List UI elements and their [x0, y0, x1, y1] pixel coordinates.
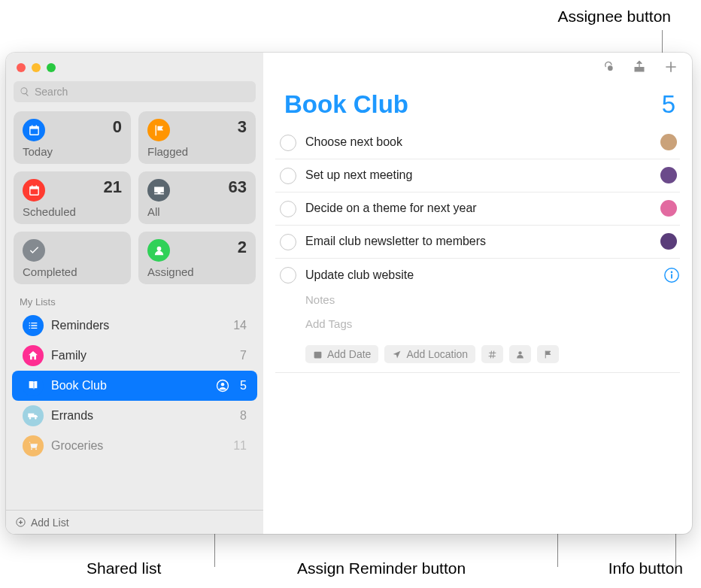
notes-field[interactable]: Notes — [305, 292, 680, 308]
flag-chip[interactable] — [537, 345, 559, 363]
flag-icon — [543, 350, 553, 359]
list-reminders[interactable]: Reminders 14 — [12, 311, 257, 341]
smart-list-assigned[interactable]: 2 Assigned — [138, 232, 256, 284]
assign-reminder-button[interactable] — [509, 345, 531, 363]
search-field[interactable]: Search — [14, 81, 256, 102]
reminder-item[interactable]: Choose next book — [275, 126, 680, 159]
complete-toggle[interactable] — [280, 234, 296, 250]
list-name: Family — [51, 349, 232, 362]
list-errands[interactable]: Errands 8 — [12, 401, 257, 431]
smart-count: 2 — [238, 238, 247, 257]
smart-lists: 0 Today 3 Flagged 21 Scheduled 63 All Co… — [6, 111, 263, 284]
person-icon — [515, 350, 525, 359]
assignee-button[interactable] — [660, 233, 677, 250]
search-icon — [20, 86, 30, 97]
info-button[interactable] — [663, 267, 680, 283]
complete-toggle[interactable] — [280, 135, 296, 151]
add-list-label: Add List — [31, 517, 69, 529]
window-controls — [6, 53, 263, 77]
check-icon — [23, 239, 45, 262]
add-tag-chip[interactable] — [481, 345, 503, 363]
list-count: 14 — [233, 319, 247, 332]
calendar-icon — [23, 119, 45, 141]
reminder-item[interactable]: Update club website Notes Add Tags Add D… — [275, 259, 680, 373]
calendar-icon — [313, 350, 323, 359]
add-tags-field[interactable]: Add Tags — [305, 317, 680, 332]
person-icon — [147, 239, 170, 262]
add-location-chip[interactable]: Add Location — [384, 345, 475, 363]
assignee-button[interactable] — [660, 167, 677, 183]
smart-label: All — [147, 205, 160, 218]
smart-label: Scheduled — [23, 205, 76, 218]
new-reminder-button[interactable] — [663, 59, 678, 77]
smart-count: 21 — [104, 177, 122, 197]
smart-label: Completed — [23, 265, 77, 278]
list-count: 7 — [240, 349, 247, 362]
hash-icon — [487, 350, 497, 359]
reminder-title: Choose next book — [305, 134, 651, 150]
callout-assign-reminder: Assign Reminder button — [297, 559, 466, 577]
truck-icon — [23, 405, 44, 426]
smart-list-completed[interactable]: Completed — [14, 232, 131, 284]
search-placeholder: Search — [35, 86, 68, 98]
share-button[interactable] — [632, 59, 647, 77]
list-groceries[interactable]: Groceries 11 — [12, 431, 257, 461]
reminders-window: Search 0 Today 3 Flagged 21 Scheduled 63… — [6, 53, 692, 534]
calendar-lines-icon — [23, 179, 45, 202]
add-date-chip[interactable]: Add Date — [305, 345, 378, 363]
my-lists-header: My Lists — [6, 284, 263, 311]
list-name: Reminders — [51, 319, 226, 332]
reminder-title: Set up next meeting — [305, 167, 651, 183]
add-list-button[interactable]: Add List — [6, 510, 263, 534]
reminder-title: Decide on a theme for next year — [305, 200, 651, 217]
shared-icon — [216, 379, 229, 393]
list-icon — [23, 315, 44, 336]
complete-toggle[interactable] — [280, 267, 296, 283]
list-name: Book Club — [51, 379, 208, 393]
callout-assignee: Assignee button — [557, 8, 671, 26]
complete-toggle[interactable] — [280, 201, 296, 217]
smart-count: 0 — [113, 117, 122, 137]
cart-icon — [23, 435, 44, 456]
smart-count: 3 — [238, 117, 247, 137]
lists: Reminders 14 Family 7 Book Club 5 Errand… — [6, 311, 263, 510]
reminder-title[interactable]: Update club website — [305, 267, 654, 283]
location-icon — [392, 350, 402, 359]
sidebar: Search 0 Today 3 Flagged 21 Scheduled 63… — [6, 53, 263, 534]
smart-list-flagged[interactable]: 3 Flagged — [138, 111, 256, 164]
plus-circle-icon — [15, 517, 26, 528]
list-book-club[interactable]: Book Club 5 — [12, 371, 257, 401]
home-icon — [23, 345, 44, 366]
list-count: 8 — [240, 409, 247, 423]
flag-icon — [147, 119, 170, 141]
list-count: 11 — [233, 439, 247, 453]
complete-toggle[interactable] — [280, 168, 296, 184]
smart-label: Flagged — [147, 145, 188, 158]
main-pane: Book Club 5 Choose next book Set up next… — [263, 53, 692, 534]
smart-list-today[interactable]: 0 Today — [14, 111, 131, 164]
assignee-button[interactable] — [660, 134, 677, 150]
reminder-items: Choose next book Set up next meeting Dec… — [263, 126, 692, 373]
reminder-title: Email club newsletter to members — [305, 233, 651, 250]
close-window-button[interactable] — [17, 63, 26, 72]
list-count: 5 — [662, 90, 675, 119]
smart-list-all[interactable]: 63 All — [138, 171, 256, 224]
smart-label: Assigned — [147, 265, 194, 278]
list-count: 5 — [240, 379, 247, 393]
reminder-item[interactable]: Decide on a theme for next year — [275, 192, 680, 226]
reminder-item[interactable]: Set up next meeting — [275, 159, 680, 192]
smart-list-scheduled[interactable]: 21 Scheduled — [14, 171, 131, 224]
minimize-window-button[interactable] — [32, 63, 41, 72]
list-title: Book Club — [284, 90, 408, 119]
toolbar — [263, 53, 692, 84]
fullscreen-window-button[interactable] — [47, 63, 56, 72]
assignee-button[interactable] — [660, 200, 677, 217]
list-header: Book Club 5 — [263, 84, 692, 126]
collaborate-button[interactable] — [600, 59, 615, 77]
reminder-item[interactable]: Email club newsletter to members — [275, 226, 680, 259]
list-family[interactable]: Family 7 — [12, 341, 257, 371]
smart-count: 63 — [229, 177, 247, 197]
tray-icon — [147, 179, 170, 202]
list-name: Groceries — [51, 439, 226, 453]
book-icon — [23, 375, 44, 396]
